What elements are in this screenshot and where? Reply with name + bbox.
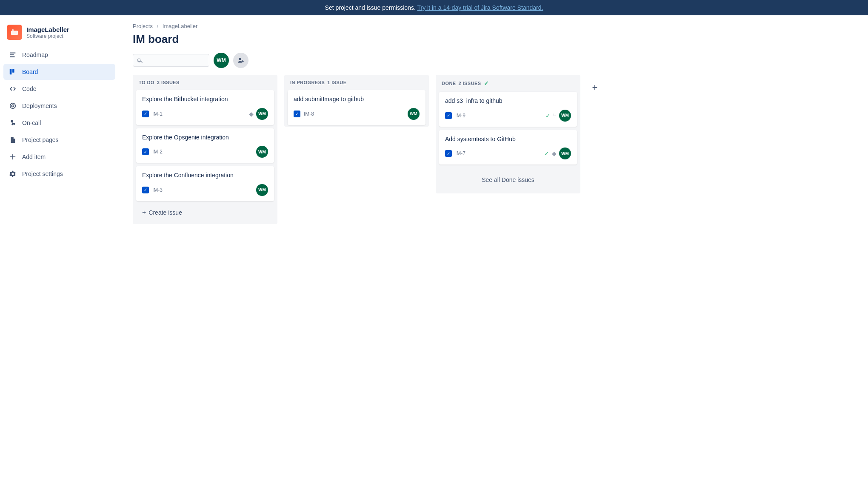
sidebar: ImageLabeller Software project Roadmap B… <box>0 15 119 488</box>
add-column-icon: + <box>592 82 598 93</box>
svg-rect-2 <box>10 69 12 75</box>
card-assignee-im1: WM <box>256 108 268 120</box>
column-inprogress: IN PROGRESS 1 ISSUE add submitImage to g… <box>284 75 429 127</box>
breadcrumb-sep: / <box>157 23 159 29</box>
search-box[interactable] <box>133 54 209 67</box>
card-im8[interactable]: add submitImage to github ✓ IM-8 WM <box>288 90 425 125</box>
card-assignee-im3: WM <box>256 184 268 196</box>
add-person-icon <box>237 57 245 64</box>
sidebar-item-oncall[interactable]: On-call <box>3 115 115 131</box>
card-meta-im7: ✓ IM-7 <box>445 150 465 157</box>
main-content: Projects / ImageLabeller IM board WM <box>119 15 868 488</box>
roadmap-icon <box>9 51 17 59</box>
card-checkbox-im8: ✓ <box>294 111 300 117</box>
board-icon <box>9 68 17 76</box>
card-id-im9: IM-9 <box>455 113 465 119</box>
column-done: DONE 2 ISSUES ✓ add s3_infra to github ✓… <box>436 75 580 193</box>
card-icons-im8: WM <box>408 108 420 120</box>
column-count-todo: 3 ISSUES <box>157 80 180 85</box>
deployments-icon <box>9 102 17 110</box>
card-title-im3: Explore the Confluence integration <box>142 171 268 180</box>
card-assignee-im9: WM <box>559 110 571 122</box>
sidebar-label-deployments: Deployments <box>22 102 57 109</box>
card-icons-im9: ✓ ⑂ WM <box>545 110 571 122</box>
project-logo <box>7 25 22 40</box>
card-meta-im9: ✓ IM-9 <box>445 112 465 119</box>
card-checkbox-im3: ✓ <box>142 187 149 193</box>
done-check-icon: ✓ <box>484 80 489 87</box>
sidebar-label-board: Board <box>22 68 38 75</box>
card-meta-im3: ✓ IM-3 <box>142 187 163 193</box>
breadcrumb-imagelabeller[interactable]: ImageLabeller <box>163 23 197 29</box>
column-title-inprogress: IN PROGRESS <box>290 80 325 85</box>
svg-rect-0 <box>11 31 18 35</box>
card-assignee-im2: WM <box>256 146 268 158</box>
sidebar-header: ImageLabeller Software project <box>0 20 119 47</box>
card-im1[interactable]: Explore the Bitbucket integration ✓ IM-1… <box>136 90 274 125</box>
sidebar-label-code: Code <box>22 85 36 92</box>
card-checkbox-im2: ✓ <box>142 148 149 155</box>
column-header-inprogress: IN PROGRESS 1 ISSUE <box>284 75 429 88</box>
sidebar-item-roadmap[interactable]: Roadmap <box>3 47 115 63</box>
column-header-todo: TO DO 3 ISSUES <box>133 75 277 88</box>
sidebar-item-deployments[interactable]: Deployments <box>3 98 115 114</box>
sidebar-label-oncall: On-call <box>22 119 41 126</box>
column-todo: TO DO 3 ISSUES Explore the Bitbucket int… <box>133 75 277 224</box>
create-issue-label: Create issue <box>148 209 182 216</box>
card-meta-im8: ✓ IM-8 <box>294 111 314 117</box>
column-count-done: 2 ISSUES <box>459 81 481 86</box>
search-input[interactable] <box>145 57 205 64</box>
card-id-im7: IM-7 <box>455 150 465 156</box>
breadcrumb-projects[interactable]: Projects <box>133 23 153 29</box>
done-tick-icon-im7: ✓ <box>544 150 549 157</box>
card-id-im8: IM-8 <box>304 111 314 117</box>
see-all-done-label: See all Done issues <box>482 176 534 183</box>
banner-link[interactable]: Try it in a 14-day trial of Jira Softwar… <box>417 4 543 11</box>
settings-icon <box>9 170 17 178</box>
sidebar-item-project-pages[interactable]: Project pages <box>3 132 115 148</box>
card-assignee-im8: WM <box>408 108 420 120</box>
card-im9[interactable]: add s3_infra to github ✓ IM-9 ✓ ⑂ WM <box>439 92 577 127</box>
card-im2[interactable]: Explore the Opsgenie integration ✓ IM-2 … <box>136 128 274 163</box>
sidebar-item-board[interactable]: Board <box>3 64 115 80</box>
page-title: IM board <box>119 31 868 53</box>
sidebar-item-add-item[interactable]: Add item <box>3 149 115 165</box>
card-stopper-icon-im1: ◆ <box>249 111 254 117</box>
card-im7[interactable]: Add systemtests to GitHub ✓ IM-7 ✓ ◆ WM <box>439 130 577 165</box>
create-plus-icon: + <box>142 209 146 216</box>
card-icons-im1: ◆ WM <box>249 108 268 120</box>
see-all-done-button[interactable]: See all Done issues <box>436 166 580 193</box>
card-footer-im7: ✓ IM-7 ✓ ◆ WM <box>445 148 571 159</box>
card-title-im8: add submitImage to github <box>294 95 420 104</box>
card-title-im9: add s3_infra to github <box>445 97 571 105</box>
board-area: TO DO 3 ISSUES Explore the Bitbucket int… <box>119 75 868 488</box>
column-header-done: DONE 2 ISSUES ✓ <box>436 75 580 90</box>
sidebar-label-roadmap: Roadmap <box>22 51 48 58</box>
add-member-button[interactable] <box>233 53 248 68</box>
project-info: ImageLabeller Software project <box>26 26 69 39</box>
project-type: Software project <box>26 33 69 39</box>
card-meta-im1: ✓ IM-1 <box>142 111 163 117</box>
sidebar-label-project-settings: Project settings <box>22 170 63 177</box>
column-cards-inprogress: add submitImage to github ✓ IM-8 WM <box>284 88 429 127</box>
card-footer-im8: ✓ IM-8 WM <box>294 108 420 120</box>
svg-rect-1 <box>12 29 14 31</box>
create-issue-button[interactable]: + Create issue <box>136 204 274 221</box>
column-title-done: DONE <box>442 81 456 86</box>
sidebar-item-project-settings[interactable]: Project settings <box>3 166 115 182</box>
card-footer-im1: ✓ IM-1 ◆ WM <box>142 108 268 120</box>
card-icons-im2: WM <box>256 146 268 158</box>
code-icon <box>9 85 17 93</box>
card-im3[interactable]: Explore the Confluence integration ✓ IM-… <box>136 166 274 201</box>
column-cards-todo: Explore the Bitbucket integration ✓ IM-1… <box>133 88 277 203</box>
add-column-button[interactable]: + <box>587 80 602 95</box>
search-icon <box>137 57 143 63</box>
branch-icon-im9: ⑂ <box>553 112 557 119</box>
sidebar-item-code[interactable]: Code <box>3 81 115 97</box>
card-footer-im9: ✓ IM-9 ✓ ⑂ WM <box>445 110 571 122</box>
card-title-im1: Explore the Bitbucket integration <box>142 95 268 104</box>
current-user-avatar[interactable]: WM <box>214 53 229 68</box>
board-toolbar: WM <box>119 53 868 75</box>
card-id-im1: IM-1 <box>152 111 163 117</box>
svg-rect-6 <box>12 154 13 160</box>
